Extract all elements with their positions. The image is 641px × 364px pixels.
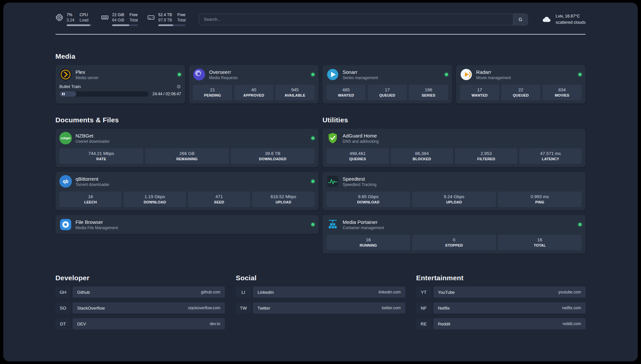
bookmark-abbr: LI xyxy=(236,287,251,298)
memory-free-label: Free xyxy=(130,13,138,18)
qbittorrent-icon: qb xyxy=(59,175,72,188)
stat-label: DOWNLOAD xyxy=(328,200,409,204)
bookmark-domain: github.com xyxy=(201,290,220,294)
bookmark-domain: linkedin.com xyxy=(379,290,401,294)
stat-label: RUNNING xyxy=(328,243,409,247)
section-title-media: Media xyxy=(55,52,586,60)
filebrowser-icon xyxy=(59,218,72,231)
service-card-speedtest[interactable]: Speedtest Speedtest Tracking 9.65 Gbps D… xyxy=(322,172,586,210)
service-name: AdGuard Home xyxy=(343,133,379,138)
bookmark-twitter[interactable]: TW Twitter twitter.com xyxy=(236,302,405,314)
service-desc: Usenet downloader xyxy=(76,139,109,144)
now-playing-title: Bullet Train xyxy=(59,84,81,89)
memory-free-value: 22 GiB xyxy=(112,13,124,18)
dashboard-page: 7% 3.24 CPU Load xyxy=(3,3,638,361)
stat-value: 1.19 Gbps xyxy=(125,194,185,199)
bookmark-linkedin[interactable]: LI LinkedIn linkedin.com xyxy=(236,287,405,298)
stat-tile: 16 TOTAL xyxy=(498,235,582,250)
stat-label: MOVIES xyxy=(544,93,580,97)
cpu-load-value: 3.24 xyxy=(67,18,74,23)
bookmark-domain: youtube.com xyxy=(558,290,581,294)
stat-value: 471 xyxy=(189,194,249,199)
stat-tile: 2,953 FILTERED xyxy=(455,148,517,164)
stat-label: UPLOAD xyxy=(254,200,313,204)
bookmark-abbr: SO xyxy=(55,302,71,314)
stat-value: 16 xyxy=(61,194,120,199)
stat-value: 196 xyxy=(410,87,447,92)
stat-label: APPROVED xyxy=(235,93,272,97)
disk-free-value: 52.4 TB xyxy=(158,13,172,18)
disk-total-value: 97.9 TB xyxy=(158,18,172,23)
bookmark-dev[interactable]: DT DEV dev.to xyxy=(55,318,225,329)
speedtest-icon xyxy=(326,175,339,188)
radarr-icon xyxy=(460,68,473,81)
pause-icon[interactable] xyxy=(62,93,65,95)
bookmark-github[interactable]: GH Github github.com xyxy=(55,287,225,298)
disk-free-label: Free xyxy=(177,13,186,18)
service-name: Media Portainer xyxy=(343,219,384,225)
bookmark-name: Github xyxy=(77,290,90,295)
stat-tile: 17 QUEUED xyxy=(368,85,407,100)
bookmark-name: Netflix xyxy=(438,306,450,311)
search-provider-button[interactable]: G xyxy=(513,14,528,25)
weather-location: Lviv, 16.87°C xyxy=(556,13,586,19)
disk-usage-bar-fill xyxy=(158,24,173,26)
search-input[interactable] xyxy=(199,14,513,25)
stat-value: 47.571 ms xyxy=(521,151,580,156)
stat-tile: 16 RUNNING xyxy=(326,235,410,250)
service-card-adguard[interactable]: AdGuard Home DNS and adblocking 498,461 … xyxy=(322,129,586,167)
bookmark-group-entertainment: Entertainment YT YouTube youtube.com NF … xyxy=(416,274,586,329)
bookmark-abbr: RE xyxy=(416,318,431,329)
weather-condition: scattered clouds xyxy=(556,19,586,25)
bookmark-name: DEV xyxy=(77,321,86,326)
topbar: 7% 3.24 CPU Load xyxy=(55,13,586,26)
bookmark-domain: reddit.com xyxy=(563,321,581,326)
gear-icon[interactable]: ⚙ xyxy=(177,84,181,89)
section-title-social: Social xyxy=(236,274,405,282)
stat-tile: 16 LEECH xyxy=(59,192,122,207)
service-card-overseerr[interactable]: Overseerr Media Requests 21 PENDING 40 A… xyxy=(189,65,319,104)
stat-value: 0 xyxy=(413,237,495,242)
stat-tile: 834 MOVIES xyxy=(542,85,582,100)
service-card-nzbget[interactable]: nzbget NZBGet Usenet downloader 744.21 M… xyxy=(55,129,319,167)
bookmark-name: Twitter xyxy=(258,306,270,311)
weather-widget: Lviv, 16.87°C scattered clouds xyxy=(541,13,586,25)
stat-value: 485 xyxy=(328,87,364,92)
section-title-entertainment: Entertainment xyxy=(416,274,586,282)
stat-label: QUEUED xyxy=(503,93,539,97)
cpu-usage-bar xyxy=(67,24,92,26)
service-card-qbittorrent[interactable]: qb qBittorrent Torrent downloader 16 xyxy=(55,172,319,210)
plex-now-playing-widget: Bullet Train ⚙ 24:44 / 02:06:47 xyxy=(59,84,181,97)
stat-label: RATE xyxy=(61,157,142,161)
cpu-widget: 7% 3.24 CPU Load xyxy=(55,13,92,26)
bookmark-youtube[interactable]: YT YouTube youtube.com xyxy=(416,287,586,298)
service-card-filebrowser[interactable]: File Browser Media File Management xyxy=(55,215,319,234)
status-dot xyxy=(578,223,582,226)
bookmark-abbr: YT xyxy=(416,287,431,298)
service-card-plex[interactable]: Plex Media server Bullet Train ⚙ xyxy=(55,65,185,104)
service-name: File Browser xyxy=(76,219,118,225)
bookmark-stackoverflow[interactable]: SO StackOverflow stackoverflow.com xyxy=(55,302,225,314)
cpu-load-label: Load xyxy=(79,18,88,23)
bookmark-reddit[interactable]: RE Reddit reddit.com xyxy=(416,318,586,329)
playback-progress-bar[interactable] xyxy=(59,91,148,97)
stat-value: 945 xyxy=(277,87,313,92)
service-card-sonarr[interactable]: Sonarr Series management 485 WANTED 17 Q… xyxy=(322,65,452,104)
section-documents: Documents & Files nzbget NZBGet Usenet d… xyxy=(55,116,319,234)
bookmark-domain: twitter.com xyxy=(382,306,401,310)
bookmark-domain: netflix.com xyxy=(562,306,581,310)
service-card-portainer[interactable]: Media Portainer Container management 16 … xyxy=(322,215,586,254)
stat-tile: 21 PENDING xyxy=(193,85,232,100)
cpu-usage-bar-fill xyxy=(67,24,90,26)
service-card-radarr[interactable]: Radarr Movie management 17 WANTED 22 QUE… xyxy=(456,65,586,104)
stat-tile: 22 QUEUED xyxy=(501,85,540,100)
bookmark-netflix[interactable]: NF Netflix netflix.com xyxy=(416,302,586,314)
stat-label: PENDING xyxy=(194,93,231,97)
stat-value: 40 xyxy=(235,87,272,92)
stat-tile: 17 WANTED xyxy=(460,85,499,100)
stat-value: 21 xyxy=(194,87,231,92)
service-desc: Series management xyxy=(343,76,378,80)
section-title-documents: Documents & Files xyxy=(55,116,319,124)
disk-icon xyxy=(147,14,155,23)
service-desc: Movie management xyxy=(476,76,511,80)
